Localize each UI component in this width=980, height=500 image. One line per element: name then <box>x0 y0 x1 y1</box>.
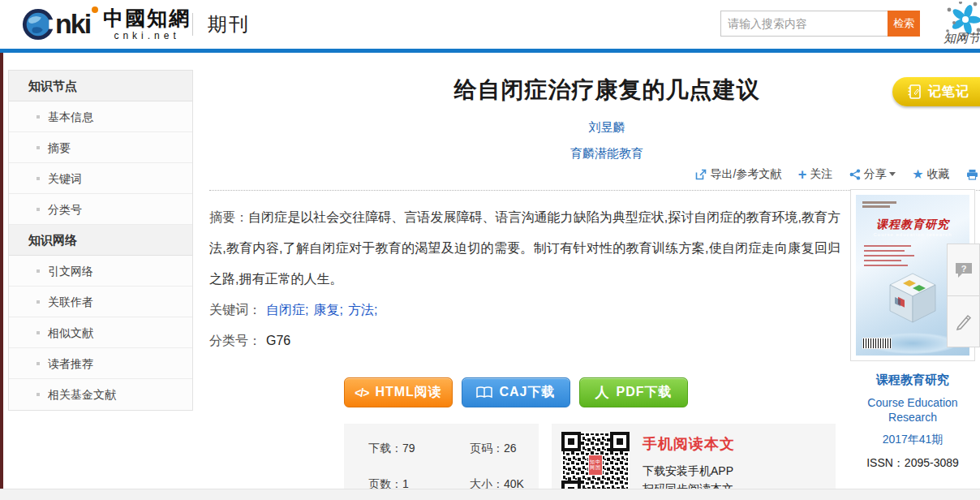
pencil-icon <box>954 312 974 331</box>
journal-name-en-link[interactable]: Course Education Research <box>867 396 957 424</box>
cover-barcode <box>862 338 892 349</box>
mobile-read-line1: 下载安装手机APP <box>643 462 735 480</box>
classification-label: 分类号： <box>209 334 261 347</box>
sidebar-item-related-authors[interactable]: 关联作者 <box>9 287 192 317</box>
affiliation-link[interactable]: 育麟潜能教育 <box>570 146 643 160</box>
keyword-link[interactable]: 自闭症; <box>266 303 308 317</box>
sidebar-item-label: 相关基金文献 <box>48 388 116 401</box>
globe-icon <box>21 7 55 41</box>
code-icon: </> <box>355 386 368 399</box>
sidebar-item-classification[interactable]: 分类号 <box>9 194 192 225</box>
bullet-icon <box>37 269 40 273</box>
journal-issue-link[interactable]: 2017年41期 <box>883 433 943 446</box>
keyword-link[interactable]: 康复; <box>313 303 342 317</box>
bullet-icon <box>37 177 40 180</box>
cnki-article-page: nki 中國知網 cnki.net 期刊 检索 <box>0 0 980 500</box>
help-button[interactable]: ? <box>948 244 979 295</box>
export-icon <box>695 169 707 180</box>
sidebar-item-abstract[interactable]: 摘要 <box>9 132 192 163</box>
sidebar-item-label: 引文网络 <box>48 265 93 278</box>
bullet-icon <box>37 300 40 304</box>
sidebar-item-label: 读者推荐 <box>48 357 93 370</box>
follow-button[interactable]: + 关注 <box>798 167 833 182</box>
search-button[interactable]: 检索 <box>888 11 920 37</box>
header-blue-line <box>0 49 980 53</box>
sidebar-group-knowledge-network: 知识网络 <box>9 225 192 256</box>
pdf-download-button[interactable]: 人PDF下载 <box>579 377 688 407</box>
bullet-icon <box>37 115 40 119</box>
feedback-edit-button[interactable] <box>948 295 979 347</box>
stat-value: 79 <box>402 442 415 455</box>
bullet-icon <box>37 208 40 211</box>
bullet-icon <box>37 146 40 149</box>
section-title-journal: 期刊 <box>208 11 250 37</box>
favorite-button[interactable]: ★ 收藏 <box>912 167 949 182</box>
pdf-reader-icon: 人 <box>595 383 610 402</box>
keywords-label: 关键词： <box>209 303 261 317</box>
abstract-paragraph: 摘要：自闭症是以社会交往障碍、言语发展障碍、语言沟通能力缺陷为典型症状,探讨自闭… <box>209 202 840 295</box>
export-label: 导出/参考文献 <box>710 167 781 182</box>
stat-label: 下载： <box>368 442 402 455</box>
plus-icon: + <box>798 169 807 180</box>
sidebar-item-label: 基本信息 <box>48 110 93 123</box>
bullet-icon <box>37 331 40 334</box>
cover-cube-art <box>887 272 939 325</box>
sidebar-item-similar-docs[interactable]: 相似文献 <box>9 317 192 348</box>
classification-line: 分类号：G76 <box>209 325 840 356</box>
keywords-line: 关键词：自闭症;康复;方法; <box>209 295 840 325</box>
printer-icon <box>966 169 978 180</box>
sidebar-item-label: 关键词 <box>48 172 82 185</box>
print-button[interactable]: 打印 <box>966 167 980 182</box>
take-notes-label: 记笔记 <box>928 84 969 101</box>
cnki-logo[interactable]: nki 中國知網 cnki.net <box>21 6 191 41</box>
cnki-seal: 知中网国 <box>588 455 603 476</box>
stat-page-number: 页码：26 <box>470 442 539 456</box>
bullet-icon <box>37 393 40 396</box>
download-buttons: </>HTML阅读 CAJ下载 人PDF下载 <box>344 377 836 407</box>
html-read-label: HTML阅读 <box>375 384 441 401</box>
top-header: nki 中國知網 cnki.net 期刊 检索 <box>0 0 980 49</box>
floating-toolbar: ? <box>947 244 980 347</box>
export-reference-button[interactable]: 导出/参考文献 <box>695 167 781 182</box>
sidebar-item-basic-info[interactable]: 基本信息 <box>9 101 192 132</box>
sidebar-item-related-fund-docs[interactable]: 相关基金文献 <box>9 379 192 410</box>
action-toolbar: 导出/参考文献 + 关注 分享 ★ 收藏 打印 <box>209 166 980 186</box>
sidebar-group-knowledge-node: 知识节点 <box>9 71 192 101</box>
stat-label: 页码： <box>470 442 504 455</box>
share-label: 分享 <box>864 167 887 182</box>
chevron-down-icon <box>889 172 896 176</box>
brand-domain: cnki.net <box>114 31 179 41</box>
author-link[interactable]: 刘昱麟 <box>589 120 625 134</box>
abstract-text: 自闭症是以社会交往障碍、言语发展障碍、语言沟通能力缺陷为典型症状,探讨自闭症的教… <box>209 210 840 286</box>
svg-text:?: ? <box>961 263 966 273</box>
sidebar-item-label: 关联作者 <box>48 295 93 308</box>
mobile-read-title: 手机阅读本文 <box>643 434 735 454</box>
journal-name-cn-link[interactable]: 课程教育研究 <box>876 373 949 386</box>
brand-chinese-name: 中國知網 <box>103 6 191 31</box>
sidebar-item-label: 相似文献 <box>48 326 93 339</box>
caj-download-label: CAJ下载 <box>499 384 555 401</box>
sidebar-item-keywords[interactable]: 关键词 <box>9 163 192 194</box>
share-button[interactable]: 分享 <box>849 167 896 182</box>
bullet-icon <box>37 362 40 365</box>
journal-issn: ISSN：2095-3089 <box>848 456 978 471</box>
bottom-band <box>0 489 980 500</box>
star-icon: ★ <box>912 169 923 180</box>
node-logo-label: 知网节 <box>943 31 980 46</box>
pdf-download-label: PDF下载 <box>617 384 673 401</box>
sidebar-item-reader-recommend[interactable]: 读者推荐 <box>9 348 192 379</box>
search-input[interactable] <box>720 11 888 37</box>
follow-label: 关注 <box>810 167 832 182</box>
share-icon <box>849 169 861 180</box>
html-read-button[interactable]: </>HTML阅读 <box>344 377 453 407</box>
take-notes-button[interactable]: 记笔记 <box>892 77 980 106</box>
keyword-link[interactable]: 方法; <box>348 303 377 317</box>
sidebar-item-citation-network[interactable]: 引文网络 <box>9 256 192 287</box>
caj-download-button[interactable]: CAJ下载 <box>462 377 570 407</box>
favorite-label: 收藏 <box>927 167 950 182</box>
stat-value: 26 <box>504 442 517 455</box>
stat-downloads: 下载：79 <box>368 442 470 456</box>
article-title: 给自闭症治疗康复的几点建议 <box>209 75 980 106</box>
sidebar-item-label: 分类号 <box>48 203 82 216</box>
header-divider <box>192 13 193 36</box>
